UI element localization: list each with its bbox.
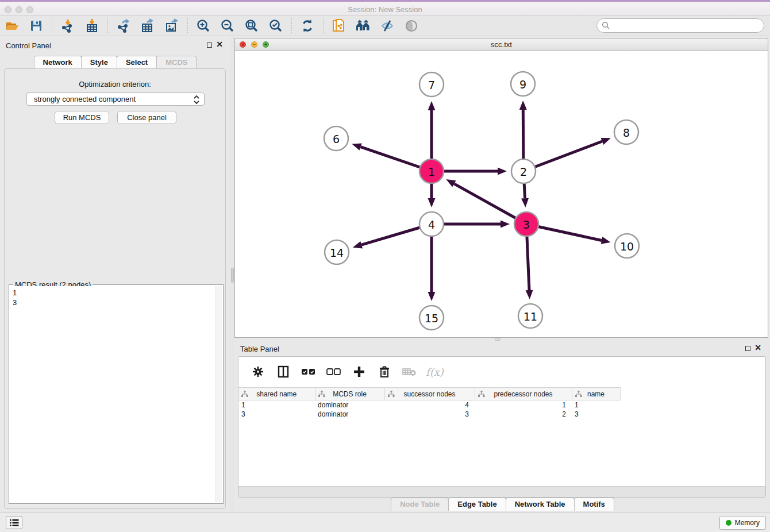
graph-node-label: 6	[333, 133, 340, 145]
float-table-panel-icon[interactable]	[745, 346, 750, 351]
graph-node-label: 9	[519, 78, 526, 91]
table-cell[interactable]: dominator	[315, 400, 384, 410]
save-session-icon[interactable]	[28, 17, 45, 34]
export-network-icon[interactable]	[115, 17, 132, 34]
import-network-icon[interactable]	[59, 17, 76, 34]
graph-node-label: 7	[428, 79, 435, 91]
zoom-in-icon[interactable]	[195, 17, 212, 34]
toolbar-separator	[187, 18, 188, 33]
import-table-icon[interactable]	[83, 17, 101, 34]
table-cell[interactable]: 1	[572, 400, 620, 410]
memory-button[interactable]: Memory	[719, 516, 766, 530]
show-all-icon[interactable]	[403, 17, 420, 34]
apply-function-icon[interactable]: f(x)	[426, 366, 444, 378]
table-cell[interactable]: 1	[238, 400, 315, 410]
close-panel-button[interactable]: Close panel	[117, 111, 176, 124]
table-cell[interactable]: 3	[384, 410, 475, 419]
table-cell[interactable]: 4	[384, 400, 475, 410]
task-history-button[interactable]	[6, 516, 22, 529]
show-columns-icon[interactable]	[275, 363, 292, 380]
close-panel-icon[interactable]: ✕	[216, 40, 223, 48]
task-list-icon	[9, 519, 19, 527]
float-panel-icon[interactable]	[207, 43, 212, 48]
table-header-row: shared nameMCDS rolesuccessor nodesprede…	[238, 388, 620, 400]
graph-node-label: 8	[623, 126, 630, 139]
network-canvas[interactable]: 1234678910111415	[235, 51, 768, 337]
table-tabs: Node TableEdge TableNetwork TableMotifs	[234, 498, 770, 511]
run-mcds-button[interactable]: Run MCDS	[55, 111, 109, 124]
apply-layout-icon[interactable]	[355, 17, 372, 34]
search-input[interactable]	[610, 20, 764, 32]
tab-network-table[interactable]: Network Table	[506, 498, 575, 511]
open-session-icon[interactable]	[3, 17, 21, 34]
table-cell[interactable]: 3	[238, 410, 315, 419]
horizontal-splitter-grip[interactable]	[495, 338, 500, 341]
zoom-fit-icon[interactable]	[243, 17, 260, 34]
zoom-selected-icon[interactable]	[267, 17, 284, 34]
tab-network[interactable]: Network	[34, 56, 82, 69]
mcds-result-group: MCDS result (2 nodes) 13	[9, 284, 224, 504]
zoom-out-icon[interactable]	[219, 17, 236, 34]
optimization-label: Optimization criterion:	[5, 80, 225, 88]
control-panel-tabs: NetworkStyleSelectMCDS	[0, 56, 230, 69]
table-row[interactable]: 3dominator323	[238, 410, 620, 419]
tab-node-table[interactable]: Node Table	[391, 498, 449, 511]
clone-network-icon[interactable]	[330, 17, 348, 34]
column-header-MCDS-role[interactable]: MCDS role	[315, 388, 384, 400]
optimization-dropdown[interactable]: strongly connected component	[26, 92, 205, 106]
graph-edge-arrowhead	[500, 221, 510, 228]
result-scrollbar[interactable]	[215, 286, 222, 502]
result-item: 1	[13, 288, 213, 298]
mcds-panel: Optimization criterion: strongly connect…	[4, 68, 226, 509]
graph-edge-arrowhead	[352, 143, 361, 150]
delete-row-icon[interactable]	[376, 363, 393, 380]
column-header-name[interactable]: name	[572, 388, 620, 400]
graph-edge-arrowhead	[526, 290, 533, 299]
column-header-predecessor-nodes[interactable]: predecessor nodes	[475, 388, 572, 400]
deselect-all-rows-icon[interactable]	[325, 363, 342, 380]
node-table: shared nameMCDS rolesuccessor nodesprede…	[238, 387, 765, 419]
refresh-view-icon[interactable]	[299, 17, 316, 34]
delete-table-icon[interactable]	[401, 363, 418, 380]
network-window-titlebar[interactable]: × − + scc.txt	[235, 38, 768, 51]
table-scroll-strip[interactable]	[238, 486, 765, 497]
hide-selected-icon[interactable]	[379, 17, 396, 34]
table-settings-icon[interactable]	[249, 363, 267, 380]
table-row[interactable]: 1dominator411	[238, 400, 620, 410]
column-header-successor-nodes[interactable]: successor nodes	[384, 388, 475, 400]
graph-edge-arrowhead	[601, 237, 611, 244]
graph-node-label: 3	[523, 218, 530, 231]
add-row-icon[interactable]	[351, 363, 368, 380]
tab-style[interactable]: Style	[81, 56, 117, 69]
graph-edge-arrowhead	[428, 101, 436, 110]
toolbar-separator	[323, 18, 324, 33]
mcds-result-list[interactable]: 13	[10, 286, 215, 502]
status-bar: Memory	[0, 512, 770, 532]
vertical-splitter[interactable]	[230, 36, 234, 512]
network-view-window: × − + scc.txt 1234678910111415	[234, 38, 768, 338]
session-title: Session: New Session	[0, 5, 770, 14]
graph-node-label: 10	[620, 240, 634, 253]
graph-edge-arrowhead	[428, 292, 436, 301]
table-cell[interactable]: dominator	[315, 410, 384, 419]
toolbar-separator	[52, 18, 52, 33]
table-cell[interactable]: 1	[475, 400, 572, 410]
column-header-shared-name[interactable]: shared name	[238, 388, 315, 400]
tab-motifs[interactable]: Motifs	[574, 498, 614, 511]
toolbar-separator	[107, 18, 108, 33]
graph-node-label: 1	[428, 165, 435, 178]
control-panel: Control Panel ✕ NetworkStyleSelectMCDS O…	[0, 36, 230, 512]
tab-mcds[interactable]: MCDS	[156, 56, 197, 69]
table-cell[interactable]: 3	[572, 410, 620, 419]
export-image-icon[interactable]	[163, 17, 180, 34]
graph-node-label: 15	[425, 312, 438, 325]
splitter-grip[interactable]	[231, 268, 234, 283]
select-all-rows-icon[interactable]	[300, 363, 317, 380]
tab-edge-table[interactable]: Edge Table	[448, 498, 506, 511]
tab-select[interactable]: Select	[117, 56, 157, 69]
memory-status-icon	[726, 520, 732, 526]
table-cell[interactable]: 2	[475, 410, 572, 419]
export-table-icon[interactable]	[139, 17, 156, 34]
graph-node-label: 11	[523, 310, 537, 323]
close-table-panel-icon[interactable]: ✕	[754, 344, 761, 352]
